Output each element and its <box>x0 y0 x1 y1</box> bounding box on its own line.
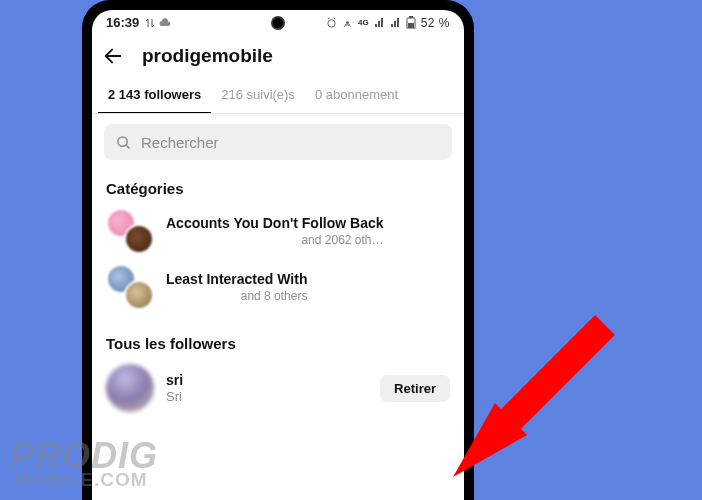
category-text: Least Interacted With and 8 others <box>166 271 307 303</box>
svg-rect-4 <box>408 23 414 28</box>
battery-icon <box>406 16 416 29</box>
data-speed-icon <box>145 18 155 28</box>
phone-frame: 16:39 4G 52 % prodigemobile 2 <box>82 0 474 500</box>
category-label: Accounts You Don't Follow Back <box>166 215 384 231</box>
cloud-icon <box>159 18 171 28</box>
signal-icon-1 <box>374 18 385 28</box>
battery-percent: 52 % <box>421 16 450 30</box>
avatar <box>106 364 154 412</box>
search-placeholder: Rechercher <box>141 134 219 151</box>
all-followers-title: Tous les followers <box>92 325 464 358</box>
category-label: Least Interacted With <box>166 271 307 287</box>
search-input[interactable]: Rechercher <box>104 124 452 160</box>
tabs: 2 143 followers 216 suivi(e)s 0 abonneme… <box>92 77 464 114</box>
category-text: Accounts You Don't Follow Back and 2062 … <box>166 215 384 247</box>
category-sub: and 8 others <box>166 289 307 303</box>
svg-line-6 <box>495 325 605 435</box>
alarm-icon <box>326 17 337 28</box>
search-icon <box>116 135 131 150</box>
category-not-following-back[interactable]: Accounts You Don't Follow Back and 2062 … <box>92 203 464 259</box>
follower-row[interactable]: sri Sri Retirer <box>92 358 464 418</box>
status-left-icons <box>145 18 171 28</box>
status-time: 16:39 <box>106 15 139 30</box>
svg-rect-3 <box>409 16 413 18</box>
follower-displayname: Sri <box>166 389 183 404</box>
tab-followers[interactable]: 2 143 followers <box>98 77 211 113</box>
back-icon[interactable] <box>102 45 124 67</box>
category-sub: and 2062 oth… <box>166 233 384 247</box>
tab-subscriptions[interactable]: 0 abonnement <box>305 77 408 113</box>
screen: 16:39 4G 52 % prodigemobile 2 <box>92 10 464 500</box>
search-container: Rechercher <box>92 114 464 170</box>
front-camera <box>271 16 285 30</box>
hotspot-icon <box>342 17 353 28</box>
page-header: prodigemobile <box>92 35 464 77</box>
svg-point-1 <box>346 21 349 24</box>
tab-following[interactable]: 216 suivi(e)s <box>211 77 305 113</box>
signal-icon-2 <box>390 18 401 28</box>
avatar <box>124 224 154 254</box>
remove-button[interactable]: Retirer <box>380 375 450 402</box>
network-type: 4G <box>358 18 369 27</box>
status-bar: 16:39 4G 52 % <box>92 10 464 35</box>
follower-username: sri <box>166 372 183 388</box>
status-right: 4G 52 % <box>326 16 450 30</box>
avatar-stack <box>106 208 154 254</box>
follower-text: sri Sri <box>166 372 183 404</box>
svg-point-0 <box>328 20 335 27</box>
avatar <box>124 280 154 310</box>
page-title: prodigemobile <box>142 45 273 67</box>
avatar-stack <box>106 264 154 310</box>
category-least-interacted[interactable]: Least Interacted With and 8 others <box>92 259 464 315</box>
categories-title: Catégories <box>92 170 464 203</box>
